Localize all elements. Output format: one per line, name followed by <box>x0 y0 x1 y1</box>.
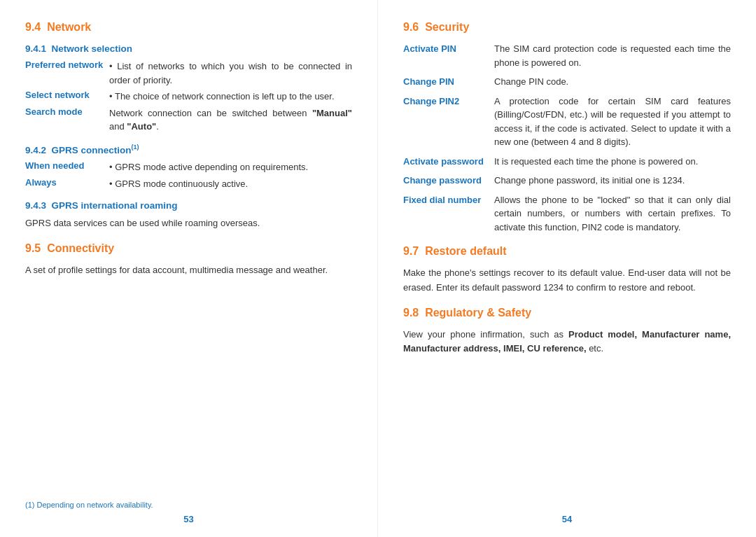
gprs-roaming-text: GPRS data services can be used while roa… <box>25 216 352 231</box>
section-9-5-title: 9.5 Connectivity <box>25 242 352 255</box>
left-column: 9.4 Network 9.4.1 Network selection Pref… <box>0 0 378 537</box>
section-9-7-title: 9.7 Restore default <box>403 245 731 258</box>
connectivity-text: A set of profile settings for data accou… <box>25 263 352 278</box>
regulatory-text: View your phone infirmation, such as Pro… <box>403 328 731 357</box>
page-container: 9.4 Network 9.4.1 Network selection Pref… <box>0 0 756 537</box>
activate-password-desc: It is requested each time the phone is p… <box>494 155 731 169</box>
change-password-desc: Change phone password, its initial one i… <box>494 174 731 188</box>
page-number-left: 53 <box>183 514 193 524</box>
section-9-8: 9.8 Regulatory & Safety View your phone … <box>403 307 731 357</box>
subsection-9-4-2-title: 9.4.2 GPRS connection(1) <box>25 144 352 155</box>
page-number-right: 54 <box>562 514 572 524</box>
always-row: Always GPRS mode continuously active. <box>25 177 352 191</box>
section-9-4: 9.4 Network 9.4.1 Network selection Pref… <box>25 21 352 231</box>
activate-password-row: Activate password It is requested each t… <box>403 155 731 169</box>
restore-default-text: Make the phone's settings recover to its… <box>403 266 731 295</box>
always-desc: GPRS mode continuously active. <box>109 177 352 191</box>
section-9-6-title: 9.6 Security <box>403 21 731 34</box>
search-mode-desc: Network connection can be switched betwe… <box>109 106 352 134</box>
change-pin-desc: Change PIN code. <box>494 75 731 89</box>
subsection-9-4-3-title: 9.4.3 GPRS international roaming <box>25 200 352 211</box>
section-9-6: 9.6 Security Activate PIN The SIM card p… <box>403 21 731 234</box>
activate-pin-term: Activate PIN <box>403 42 494 56</box>
activate-pin-row: Activate PIN The SIM card protection cod… <box>403 42 731 69</box>
preferred-network-row: Preferred network List of networks to wh… <box>25 60 352 87</box>
section-9-4-title: 9.4 Network <box>25 21 352 34</box>
change-pin-row: Change PIN Change PIN code. <box>403 75 731 89</box>
select-network-desc: The choice of network connection is left… <box>109 90 352 104</box>
select-network-term: Select network <box>25 90 109 100</box>
right-column: 9.6 Security Activate PIN The SIM card p… <box>378 0 756 537</box>
change-password-term: Change password <box>403 174 494 188</box>
when-needed-row: When needed GPRS mode active depending o… <box>25 160 352 174</box>
preferred-network-desc: List of networks to which you wish to be… <box>109 60 352 87</box>
change-pin2-row: Change PIN2 A protection code for certai… <box>403 95 731 149</box>
preferred-network-term: Preferred network <box>25 60 109 70</box>
search-mode-term: Search mode <box>25 106 109 117</box>
activate-password-term: Activate password <box>403 155 494 169</box>
when-needed-term: When needed <box>25 160 109 171</box>
change-password-row: Change password Change phone password, i… <box>403 174 731 188</box>
fixed-dial-row: Fixed dial number Allows the phone to be… <box>403 193 731 235</box>
change-pin2-term: Change PIN2 <box>403 95 494 109</box>
subsection-9-4-1-title: 9.4.1 Network selection <box>25 43 352 54</box>
section-9-5: 9.5 Connectivity A set of profile settin… <box>25 242 352 278</box>
footnote: (1) Depending on network availability. <box>25 501 153 509</box>
section-9-7: 9.7 Restore default Make the phone's set… <box>403 245 731 295</box>
when-needed-desc: GPRS mode active depending on requiremen… <box>109 160 352 174</box>
always-term: Always <box>25 177 109 188</box>
change-pin-term: Change PIN <box>403 75 494 89</box>
change-pin2-desc: A protection code for certain SIM card f… <box>494 95 731 149</box>
activate-pin-desc: The SIM card protection code is requeste… <box>494 42 731 69</box>
search-mode-row: Search mode Network connection can be sw… <box>25 106 352 134</box>
select-network-row: Select network The choice of network con… <box>25 90 352 104</box>
section-9-8-title: 9.8 Regulatory & Safety <box>403 307 731 319</box>
fixed-dial-desc: Allows the phone to be "locked" so that … <box>494 193 731 235</box>
fixed-dial-term: Fixed dial number <box>403 193 494 207</box>
